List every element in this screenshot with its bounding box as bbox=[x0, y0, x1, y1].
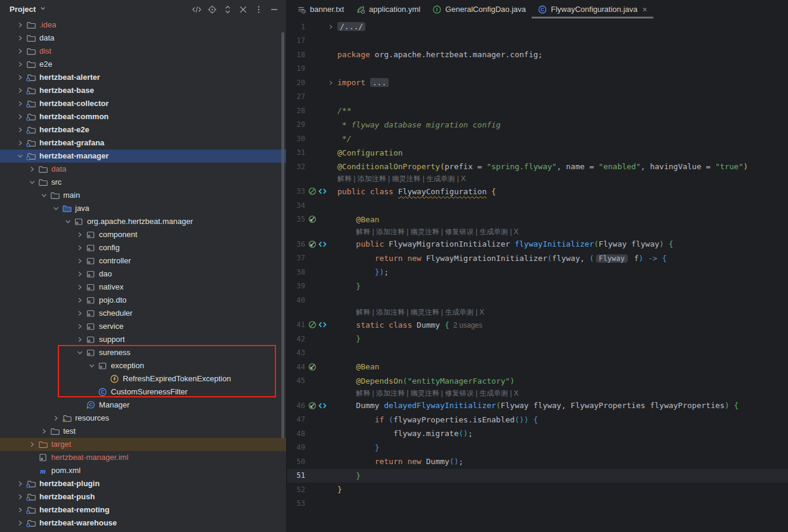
code-line-30[interactable]: 30 */ bbox=[287, 132, 788, 146]
code-line-37[interactable]: 37 return new FlywayMigrationInitializer… bbox=[287, 251, 788, 266]
spring-bean-nav-icon[interactable] bbox=[308, 362, 317, 372]
spring-bean-icon[interactable] bbox=[308, 320, 317, 329]
tree-item-hertzbeat-manager.iml[interactable]: hertzbeat-manager.iml bbox=[0, 451, 286, 464]
chevron-right-icon[interactable] bbox=[75, 269, 85, 279]
chevron-right-icon[interactable] bbox=[15, 33, 25, 43]
tree-item-hertzbeat-push[interactable]: hertzbeat-push bbox=[0, 490, 286, 503]
chevron-right-icon[interactable] bbox=[75, 243, 85, 253]
tree-item-test[interactable]: test bbox=[0, 425, 286, 438]
spring-bean-nav-icon[interactable] bbox=[308, 401, 317, 410]
chevron-right-icon[interactable] bbox=[15, 60, 25, 69]
code-line-38[interactable]: 38 }); bbox=[287, 265, 788, 279]
chevron-right-icon[interactable] bbox=[39, 427, 49, 436]
chevron-right-icon[interactable] bbox=[15, 518, 25, 528]
tree-item-dist[interactable]: dist bbox=[0, 45, 286, 58]
chevron-right-icon[interactable] bbox=[75, 256, 85, 266]
chevron-right-icon[interactable] bbox=[75, 282, 85, 292]
tree-item-component[interactable]: component bbox=[0, 228, 286, 241]
tree-item-hertzbeat-grafana[interactable]: hertzbeat-grafana bbox=[0, 136, 286, 150]
usages-hint[interactable]: 2 usages bbox=[449, 321, 482, 329]
code-line-28[interactable]: 28/** bbox=[287, 104, 788, 118]
expand-all-icon[interactable] bbox=[222, 4, 234, 15]
tree-item-manager[interactable]: CManager bbox=[0, 399, 286, 412]
folded-code[interactable]: ... bbox=[370, 78, 389, 87]
chevron-down-icon[interactable] bbox=[87, 361, 97, 371]
project-view-selector[interactable]: Project bbox=[10, 4, 48, 15]
chevron-right-icon[interactable] bbox=[15, 86, 25, 95]
tree-item-dao[interactable]: dao bbox=[0, 267, 286, 281]
tree-scrollbar-thumb[interactable] bbox=[281, 32, 284, 438]
tree-item-pojo.dto[interactable]: pojo.dto bbox=[0, 294, 286, 307]
code-line-42[interactable]: 42 } bbox=[287, 332, 788, 346]
code-line-51[interactable]: 51 } bbox=[287, 469, 788, 483]
code-line-1[interactable]: 1/.../ bbox=[287, 20, 788, 34]
code-line-46[interactable]: 46 Dummy delayedFlywayInitializer(Flyway… bbox=[287, 399, 788, 413]
code-line-49[interactable]: 49 } bbox=[287, 441, 788, 455]
tree-item-pom.xml[interactable]: mpom.xml bbox=[0, 464, 286, 477]
chevron-down-icon[interactable] bbox=[27, 178, 37, 187]
fold-region-icon[interactable] bbox=[327, 22, 335, 32]
code-line-40[interactable]: 40 bbox=[287, 293, 788, 307]
tree-item-target[interactable]: target bbox=[0, 438, 286, 451]
tree-item-org.apache.hertzbeat.manager[interactable]: org.apache.hertzbeat.manager bbox=[0, 215, 286, 228]
tree-item-hertzbeat-e2e[interactable]: hertzbeat-e2e bbox=[0, 123, 286, 136]
tree-item-customsurenessfilter[interactable]: CCustomSurenessFilter bbox=[0, 385, 286, 399]
ai-code-lens-actions[interactable]: 解释 | 添加注释 | 幽灵注释 | 生成单测 | X bbox=[356, 307, 484, 318]
tree-item-main[interactable]: main bbox=[0, 189, 286, 202]
code-line-52[interactable]: 52} bbox=[287, 483, 788, 497]
tree-item-hertzbeat-common[interactable]: hertzbeat-common bbox=[0, 110, 286, 123]
code-line-32[interactable]: 32@ConditionalOnProperty(prefix = "sprin… bbox=[287, 160, 788, 174]
code-line-43[interactable]: 43 bbox=[287, 346, 788, 360]
locate-file-icon[interactable] bbox=[206, 4, 218, 15]
tree-item-hertzbeat-plugin[interactable]: hertzbeat-plugin bbox=[0, 477, 286, 490]
chevron-right-icon[interactable] bbox=[27, 164, 37, 174]
tree-item-controller[interactable]: controller bbox=[0, 254, 286, 267]
chevron-right-icon[interactable] bbox=[15, 125, 25, 135]
code-line-29[interactable]: 29 * flyway database migration config bbox=[287, 118, 788, 132]
chevron-right-icon[interactable] bbox=[15, 73, 25, 82]
code-line-18[interactable]: 18package org.apache.hertzbeat.manager.c… bbox=[287, 48, 788, 62]
chevron-right-icon[interactable] bbox=[75, 230, 85, 239]
code-line-47[interactable]: 47 if (flywayProperties.isEnabled()) { bbox=[287, 413, 788, 427]
tree-item-java[interactable]: java bbox=[0, 202, 286, 215]
chevron-down-icon[interactable] bbox=[39, 191, 49, 200]
chevron-right-icon[interactable] bbox=[75, 295, 85, 305]
chevron-right-icon[interactable] bbox=[27, 440, 37, 449]
tree-item-scheduler[interactable]: scheduler bbox=[0, 307, 286, 320]
editor-tab-application-yml[interactable]: application.yml bbox=[350, 0, 426, 18]
code-line-36[interactable]: 36 public FlywayMigrationInitializer fly… bbox=[287, 237, 788, 251]
ai-code-lens-actions[interactable]: 解释 | 添加注释 | 幽灵注释 | 修复错误 | 生成单测 | X bbox=[356, 227, 519, 237]
chevron-right-icon[interactable] bbox=[75, 335, 85, 344]
ai-code-lens-actions[interactable]: 解释 | 添加注释 | 幽灵注释 | 修复错误 | 生成单测 | X bbox=[356, 388, 519, 399]
hide-panel-icon[interactable] bbox=[268, 4, 280, 15]
ai-code-lens-actions[interactable]: 解释 | 添加注释 | 幽灵注释 | 生成单测 | X bbox=[337, 174, 466, 184]
tree-item-hertzbeat-alerter[interactable]: hertzbeat-alerter bbox=[0, 71, 286, 84]
code-line-48[interactable]: 48 flyway.migrate(); bbox=[287, 427, 788, 441]
spring-bean-icon[interactable] bbox=[308, 186, 317, 196]
tree-item-.idea[interactable]: .idea bbox=[0, 18, 286, 32]
chevron-right-icon[interactable] bbox=[15, 99, 25, 108]
type-hint-chip[interactable]: Flyway bbox=[596, 254, 628, 263]
code-line-19[interactable]: 19 bbox=[287, 62, 788, 76]
folded-code[interactable]: /.../ bbox=[337, 22, 365, 31]
tree-item-config[interactable]: config bbox=[0, 241, 286, 254]
chevron-right-icon[interactable] bbox=[15, 138, 25, 148]
code-lens-icon[interactable] bbox=[318, 239, 327, 249]
code-lens-icon[interactable] bbox=[318, 320, 327, 329]
chevron-right-icon[interactable] bbox=[15, 479, 25, 489]
code-lens-icon[interactable] bbox=[318, 401, 327, 410]
code-line-50[interactable]: 50 return new Dummy(); bbox=[287, 455, 788, 469]
code-line-44[interactable]: 44 @Bean bbox=[287, 360, 788, 374]
tree-item-hertzbeat-warehouse[interactable]: hertzbeat-warehouse bbox=[0, 517, 286, 530]
close-tab-icon[interactable]: × bbox=[642, 5, 647, 14]
code-preview-icon[interactable] bbox=[191, 4, 203, 15]
code-line-17[interactable]: 17 bbox=[287, 34, 788, 48]
chevron-down-icon[interactable] bbox=[51, 204, 61, 213]
chevron-right-icon[interactable] bbox=[75, 309, 85, 318]
tree-item-hertzbeat-base[interactable]: hertzbeat-base bbox=[0, 84, 286, 97]
chevron-right-icon[interactable] bbox=[15, 492, 25, 502]
chevron-down-icon[interactable] bbox=[75, 348, 85, 357]
code-line-27[interactable]: 27 bbox=[287, 90, 788, 104]
tree-item-refreshexpiredtokenexception[interactable]: RefreshExpiredTokenException bbox=[0, 372, 286, 385]
tree-item-data[interactable]: data bbox=[0, 163, 286, 176]
